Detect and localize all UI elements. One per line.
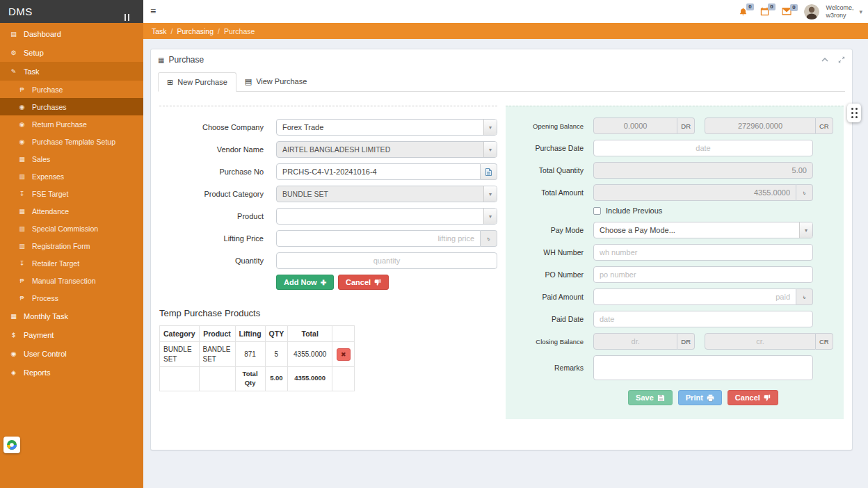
browser-extension-icon[interactable] bbox=[3, 437, 20, 453]
save-button[interactable]: Save bbox=[628, 390, 673, 405]
product-select[interactable]: ▾ bbox=[276, 208, 497, 225]
panel-header: ▦ Purchase bbox=[151, 49, 852, 70]
notifications-bell-button[interactable]: 0 bbox=[739, 7, 748, 17]
sidebar-item-retailer-target[interactable]: ↧Retailer Target bbox=[0, 254, 143, 272]
breadcrumb: Task / Purchasing / Purchase bbox=[143, 23, 868, 39]
sidebar-item-return-purchase[interactable]: ◉Return Purchase bbox=[0, 115, 143, 133]
paid-date-input[interactable] bbox=[593, 311, 813, 327]
tab-new-purchase[interactable]: ⊞ New Purchase bbox=[158, 72, 236, 92]
closing-balance-dr-input bbox=[593, 333, 677, 350]
footer-total-qty-label: Total Qty bbox=[235, 367, 265, 391]
sidebar-item-reports[interactable]: ◈Reports bbox=[0, 363, 143, 382]
sidebar-item-fse-target[interactable]: ↧FSE Target bbox=[0, 185, 143, 202]
sidebar-item-payment[interactable]: $Payment bbox=[0, 325, 143, 344]
calendar-icon: ▦ bbox=[17, 208, 27, 215]
avatar[interactable] bbox=[804, 4, 819, 19]
thumbs-down-icon bbox=[764, 394, 771, 401]
calendar-menu-button[interactable]: 0 bbox=[760, 7, 769, 16]
breadcrumb-purchasing[interactable]: Purchasing bbox=[177, 27, 214, 35]
sidebar-item-monthly-task[interactable]: ▦Monthly Task bbox=[0, 307, 143, 325]
sidebar-item-sales[interactable]: ▦Sales bbox=[0, 150, 143, 168]
table-footer-row: Total Qty 5.00 4355.0000 bbox=[160, 367, 355, 391]
sidebar-item-attendance[interactable]: ▦Attendance bbox=[0, 202, 143, 220]
breadcrumb-task[interactable]: Task bbox=[152, 27, 167, 35]
sidebar-toggle-button[interactable]: ≡ bbox=[150, 6, 156, 17]
records-icon: ◉ bbox=[17, 121, 27, 128]
sidebar-item-dashboard[interactable]: ▤Dashboard bbox=[0, 24, 143, 43]
chevron-down-icon: ▾ bbox=[483, 120, 497, 135]
sidebar-item-expenses[interactable]: ▥Expenses bbox=[0, 168, 143, 185]
close-icon: ✖ bbox=[341, 351, 346, 358]
purchase-no-input[interactable] bbox=[276, 163, 481, 180]
total-quantity-label: Total Quantity bbox=[506, 166, 584, 174]
remove-row-button[interactable]: ✖ bbox=[337, 348, 351, 361]
closing-balance-cr-input bbox=[705, 333, 816, 350]
quantity-input[interactable] bbox=[276, 252, 497, 269]
collapse-button[interactable] bbox=[821, 58, 828, 62]
opening-balance-cr-input bbox=[705, 117, 816, 134]
panel-body: Choose Company Forex Trade ▾ Vendor Name bbox=[151, 92, 852, 419]
records-icon: ◉ bbox=[17, 104, 27, 111]
cell-category: BUNDLE SET bbox=[160, 342, 200, 367]
column-header-total: Total bbox=[288, 326, 332, 342]
sidebar-item-special-commission[interactable]: ▥Special Commission bbox=[0, 220, 143, 237]
sidebar-item-process[interactable]: ₱Process bbox=[0, 289, 143, 307]
taka-addon: ৳ bbox=[796, 288, 813, 305]
include-previous-label: Include Previous bbox=[606, 206, 662, 215]
topbar-right: 0 0 0 Welcome, w3rony ▾ bbox=[739, 0, 862, 23]
brand-logo[interactable]: DMS bbox=[0, 0, 143, 23]
purchase-date-input[interactable] bbox=[593, 140, 813, 156]
expand-button[interactable] bbox=[838, 56, 845, 63]
records-icon: ◉ bbox=[17, 138, 27, 145]
footer-total-value: 4355.0000 bbox=[288, 367, 332, 391]
tab-view-purchase[interactable]: ▤ View Purchase bbox=[236, 72, 316, 91]
sidebar-item-purchases[interactable]: ◉Purchases bbox=[0, 98, 143, 115]
dms-app: DMS ▤Dashboard ⚙Setup ✎Task ₱Purchase ◉P… bbox=[0, 0, 868, 488]
add-now-button[interactable]: Add Now ✚ bbox=[276, 275, 334, 290]
sidebar-item-setup[interactable]: ⚙Setup bbox=[0, 43, 143, 62]
cancel-button[interactable]: Cancel bbox=[338, 275, 389, 290]
po-number-label: PO Number bbox=[506, 270, 584, 279]
sidebar-item-registration-form[interactable]: ▥Registration Form bbox=[0, 237, 143, 254]
user-menu[interactable]: Welcome, w3rony bbox=[826, 4, 854, 19]
vendor-name-select[interactable]: AIRTEL BANGLADESH LIMITED ▾ bbox=[276, 141, 497, 158]
user-icon: ◉ bbox=[8, 350, 19, 357]
thumbs-down-icon bbox=[374, 279, 381, 286]
po-number-input[interactable] bbox=[593, 266, 813, 283]
sidebar-item-user-control[interactable]: ◉User Control bbox=[0, 344, 143, 363]
wh-number-input[interactable] bbox=[593, 244, 813, 261]
paid-amount-input[interactable] bbox=[593, 288, 796, 305]
breadcrumb-separator: / bbox=[218, 27, 220, 35]
cr-addon: CR bbox=[816, 117, 833, 134]
include-previous-checkbox[interactable] bbox=[593, 207, 601, 215]
chevron-down-icon[interactable]: ▾ bbox=[859, 8, 862, 15]
purchase-panel: ▦ Purchase ⊞ New Purchase ▤ View Purchas… bbox=[150, 49, 853, 450]
cell-actions: ✖ bbox=[332, 342, 355, 367]
purchase-no-label: Purchase No bbox=[159, 168, 264, 176]
chevron-down-icon: ▾ bbox=[799, 222, 812, 238]
column-header-category: Category bbox=[160, 326, 200, 342]
chevron-down-icon: ▾ bbox=[483, 186, 497, 202]
lifting-price-label: Lifting Price bbox=[159, 234, 264, 243]
pay-mode-select[interactable]: Choose a Pay Mode... ▾ bbox=[593, 222, 813, 238]
print-button[interactable]: Print bbox=[678, 390, 722, 405]
lifting-price-input[interactable] bbox=[276, 230, 481, 247]
messages-menu-button[interactable]: 0 bbox=[782, 8, 791, 15]
product-category-select[interactable]: BUNDLE SET ▾ bbox=[276, 186, 497, 202]
sidebar-item-task[interactable]: ✎Task bbox=[0, 62, 143, 81]
drag-handle[interactable] bbox=[847, 104, 861, 122]
purchase-summary-form: Opening Balance DR CR bbox=[506, 106, 844, 419]
wh-number-label: WH Number bbox=[506, 248, 584, 257]
sidebar-item-purchase[interactable]: ₱Purchase bbox=[0, 81, 143, 98]
choose-company-select[interactable]: Forex Trade ▾ bbox=[276, 119, 497, 136]
grip-dots-icon bbox=[851, 108, 858, 118]
sidebar-item-purchase-template-setup[interactable]: ◉Purchase Template Setup bbox=[0, 133, 143, 150]
column-header-actions bbox=[332, 326, 355, 342]
include-previous-row: Include Previous bbox=[593, 206, 813, 215]
generate-number-button[interactable] bbox=[481, 163, 497, 180]
sidebar-item-manual-transection[interactable]: ₱Manual Transection bbox=[0, 272, 143, 289]
cancel-button-right[interactable]: Cancel bbox=[728, 390, 778, 405]
dollar-icon: $ bbox=[8, 332, 19, 339]
chevron-down-icon: ▾ bbox=[483, 142, 497, 157]
remarks-textarea[interactable] bbox=[593, 355, 813, 380]
